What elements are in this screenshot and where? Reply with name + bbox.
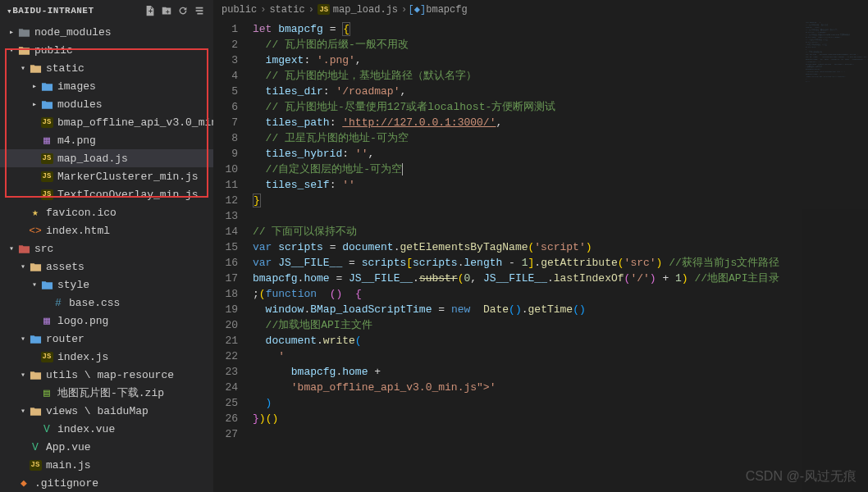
chevron-icon[interactable]: ▾ [18, 370, 28, 380]
chevron-icon[interactable]: ▾ [30, 280, 39, 289]
tree-item-label: .gitignore [34, 477, 98, 490]
tree-item[interactable]: ▸images [0, 77, 213, 95]
tree-item-label: static [46, 62, 85, 75]
tree-item[interactable]: ▾assets [0, 257, 213, 276]
chevron-icon[interactable]: ▾ [18, 63, 28, 73]
tree-item[interactable]: ▾router [0, 330, 213, 348]
new-folder-icon[interactable] [159, 3, 174, 18]
tree-item[interactable]: ▾static [0, 59, 213, 77]
tree-item[interactable]: ▦m4.png [0, 131, 213, 149]
tree-item[interactable]: ▸modules [0, 95, 213, 113]
chevron-icon[interactable]: ▾ [18, 262, 28, 271]
tree-item[interactable]: ◆.gitignore [0, 474, 213, 492]
tree-item[interactable]: JSmain.js [0, 456, 213, 474]
minimap[interactable]: let bmapcfg = { // 瓦片图的后缀-一般不用改 imgext: … [802, 20, 868, 492]
tree-item-label: logo.png [57, 315, 108, 327]
tree-item-label: map_load.js [57, 153, 128, 165]
breadcrumb-label: bmapcfg [426, 4, 467, 16]
tree-item-label: public [34, 44, 73, 57]
chevron-icon[interactable]: ▾ [18, 334, 28, 344]
breadcrumb-label: public [222, 4, 257, 16]
tree-item-label: App.vue [46, 441, 91, 453]
breadcrumb-item[interactable]: [◆]bmapcfg [410, 3, 467, 16]
tree-item[interactable]: <>index.html [0, 221, 213, 239]
tree-item-label: views \ baiduMap [46, 405, 148, 417]
chevron-icon[interactable]: ▾ [7, 45, 16, 55]
chevron-icon[interactable]: ▸ [30, 99, 39, 109]
tree-item[interactable]: ▾public [0, 41, 213, 59]
file-tree[interactable]: ▸node_modules▾public▾static▸images▸modul… [0, 21, 213, 492]
tree-item[interactable]: ★favicon.ico [0, 203, 213, 221]
tree-item[interactable]: ▦logo.png [0, 312, 213, 330]
explorer-header: ▾ BAIDU-INTRANET [0, 0, 213, 21]
tree-item-label: main.js [46, 459, 91, 472]
tree-item[interactable]: ▾views \ baiduMap [0, 402, 213, 420]
tree-item[interactable]: #base.css [0, 294, 213, 312]
tree-item-label: favicon.ico [46, 207, 116, 219]
chevron-icon[interactable]: ▾ [18, 406, 28, 416]
code-area: 1234567891011121314151617181920212223242… [213, 20, 868, 492]
tree-item-label: MarkerClusterer_min.js [57, 171, 199, 183]
breadcrumb-item[interactable]: static [269, 4, 304, 16]
breadcrumb-item[interactable]: public [222, 4, 257, 16]
collapse-all-icon[interactable] [192, 3, 207, 18]
chevron-icon[interactable]: ▾ [7, 244, 16, 253]
tree-item[interactable]: ▾utils \ map-resource [0, 366, 213, 384]
tree-item[interactable]: ▤地图瓦片图-下载.zip [0, 384, 213, 402]
tree-item[interactable]: JSbmap_offline_api_v3.0_min.js [0, 113, 213, 131]
tree-item[interactable]: Vindex.vue [0, 420, 213, 438]
tree-item[interactable]: JSmap_load.js [0, 149, 213, 167]
breadcrumb-label: map_load.js [333, 4, 398, 16]
editor-area: public›static›JSmap_load.js›[◆]bmapcfg 1… [213, 0, 868, 492]
chevron-down-icon[interactable]: ▾ [7, 6, 12, 16]
tree-item-label: TextIconOverlay_min.js [57, 189, 199, 201]
tree-item[interactable]: VApp.vue [0, 438, 213, 456]
tree-item-label: router [46, 333, 85, 345]
tree-item-label: m4.png [57, 134, 96, 147]
breadcrumbs[interactable]: public›static›JSmap_load.js›[◆]bmapcfg [213, 0, 868, 20]
tree-item-label: index.vue [57, 423, 115, 435]
explorer-title: BAIDU-INTRANET [12, 6, 141, 16]
tree-item-label: node_modules [34, 26, 112, 39]
tree-item-label: index.js [57, 351, 108, 363]
code-content[interactable]: let bmapcfg = { // 瓦片图的后缀-一般不用改 imgext: … [253, 20, 802, 492]
new-file-icon[interactable] [143, 3, 158, 18]
explorer-sidebar: ▾ BAIDU-INTRANET ▸node_modules▾public▾st… [0, 0, 213, 492]
tree-item[interactable]: ▾style [0, 276, 213, 294]
tree-item[interactable]: JSindex.js [0, 348, 213, 366]
tree-item-label: images [57, 80, 96, 93]
tree-item-label: style [57, 279, 89, 291]
tree-item-label: bmap_offline_api_v3.0_min.js [57, 116, 213, 129]
breadcrumb-label: static [269, 4, 304, 16]
tree-item[interactable]: JSTextIconOverlay_min.js [0, 185, 213, 203]
tree-item-label: utils \ map-resource [46, 369, 174, 381]
tree-item-label: assets [46, 261, 85, 273]
line-gutter: 1234567891011121314151617181920212223242… [213, 20, 253, 492]
tree-item-label: index.html [46, 225, 110, 237]
tree-item[interactable]: ▾src [0, 239, 213, 257]
tree-item-label: 地图瓦片图-下载.zip [57, 385, 164, 400]
tree-item[interactable]: ▸node_modules [0, 23, 213, 41]
refresh-icon[interactable] [176, 3, 190, 18]
tree-item-label: src [34, 243, 53, 255]
chevron-icon[interactable]: ▸ [7, 27, 16, 37]
tree-item[interactable]: JSMarkerClusterer_min.js [0, 167, 213, 185]
chevron-icon[interactable]: ▸ [30, 81, 39, 91]
breadcrumb-item[interactable]: JSmap_load.js [318, 3, 398, 16]
tree-item-label: modules [57, 98, 103, 111]
tree-item-label: base.css [69, 297, 120, 309]
